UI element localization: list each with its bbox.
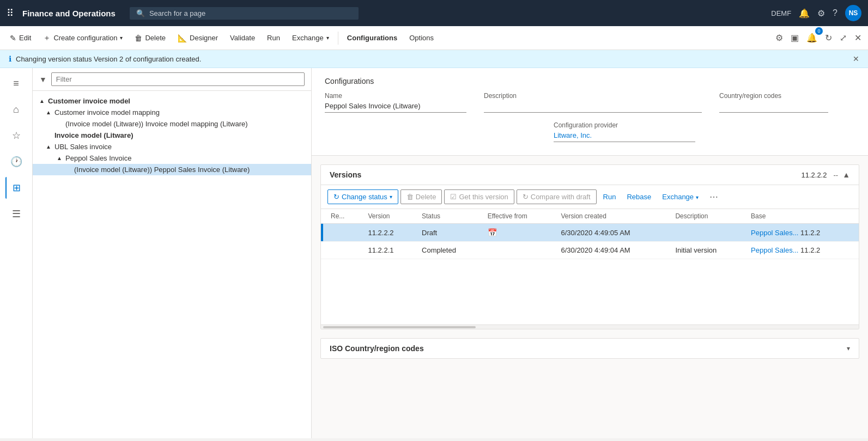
search-placeholder: Search for a page <box>149 9 205 17</box>
versions-section: Versions 11.2.2.2 -- ▲ ↻ Change status ▾… <box>320 164 859 329</box>
row-base: Peppol Sales... 11.2.2 <box>744 224 859 242</box>
tree-panel: ▼ ▲ Customer invoice model ▲ Customer in… <box>33 68 312 438</box>
row-version-created: 6/30/2020 4:49:05 AM <box>554 224 669 242</box>
tree-label: (Invoice model (Litware)) Invoice model … <box>65 120 248 128</box>
tree-item-invoice-model-litware[interactable]: Invoice model (Litware) <box>33 130 311 141</box>
change-status-button[interactable]: ↻ Change status ▾ <box>327 189 398 204</box>
iso-header[interactable]: ISO Country/region codes ▾ <box>321 339 859 358</box>
col-version[interactable]: Version <box>361 209 415 224</box>
designer-icon: 📐 <box>178 34 187 42</box>
col-status[interactable]: Status <box>415 209 481 224</box>
expand-icon[interactable]: ⤢ <box>837 30 849 45</box>
user-avatar[interactable]: NS <box>845 5 861 21</box>
row-effective-from <box>481 242 555 259</box>
tree-label: UBL Sales invoice <box>54 143 112 151</box>
compare-with-draft-button[interactable]: ↻ Compare with draft <box>517 189 597 204</box>
delete-icon: 🗑 <box>135 34 142 42</box>
table-row[interactable]: 11.2.2.1 Completed 6/30/2020 4:49:04 AM … <box>321 242 859 259</box>
settings-icon[interactable]: ⚙ <box>817 8 825 19</box>
options-tab[interactable]: Options <box>404 30 439 45</box>
help-icon[interactable]: ? <box>833 8 837 18</box>
table-header-row: Re... Version Status Effective from Vers… <box>321 209 859 224</box>
edit-icon: ✎ <box>10 34 16 42</box>
run-button[interactable]: Run <box>262 30 286 45</box>
sidebar-workspaces-icon[interactable]: ⊞ <box>5 177 27 199</box>
table-row[interactable]: 11.2.2.2 Draft 📅 6/30/2020 4:49:05 AM Pe… <box>321 224 859 242</box>
change-status-chevron: ▾ <box>390 194 392 200</box>
sidebar-modules-icon[interactable]: ☰ <box>5 203 27 225</box>
notifications-badge-icon[interactable]: 🔔 0 <box>804 30 820 45</box>
tree-item-peppol-sales-invoice[interactable]: ▲ Peppol Sales Invoice <box>33 152 311 164</box>
description-label: Description <box>484 92 702 100</box>
rebase-button[interactable]: Rebase <box>622 190 655 204</box>
delete-button[interactable]: 🗑 Delete <box>129 30 171 46</box>
config-provider-field: Configuration provider Litware, Inc. <box>554 121 695 142</box>
sidebar-menu-icon[interactable]: ≡ <box>5 72 27 94</box>
base-link[interactable]: Peppol Sales... <box>751 229 798 237</box>
exchange-chevron-icon: ▾ <box>326 35 329 41</box>
row-re <box>324 242 361 259</box>
sidebar-home-icon[interactable]: ⌂ <box>5 99 27 120</box>
col-effective-from[interactable]: Effective from <box>481 209 555 224</box>
tree-label: Peppol Sales Invoice <box>65 154 131 162</box>
exchange-button[interactable]: Exchange ▾ <box>287 30 335 45</box>
tree-toggle-icon: ▲ <box>39 98 46 104</box>
designer-button[interactable]: 📐 Designer <box>172 30 223 46</box>
description-field: Description <box>484 92 702 113</box>
col-description[interactable]: Description <box>669 209 744 224</box>
versions-dash[interactable]: -- <box>833 171 838 179</box>
calendar-icon[interactable]: 📅 <box>488 228 497 237</box>
filter-icon: ▼ <box>39 75 47 84</box>
versions-table-wrapper: Re... Version Status Effective from Vers… <box>321 209 859 259</box>
edit-button[interactable]: ✎ Edit <box>4 30 37 46</box>
refresh-icon[interactable]: ↻ <box>823 30 834 45</box>
customize-icon[interactable]: ⚙ <box>773 30 785 45</box>
tree-item-customer-invoice-model-mapping[interactable]: ▲ Customer invoice model mapping <box>33 107 311 118</box>
get-version-icon: ☑ <box>450 193 457 201</box>
validate-button[interactable]: Validate <box>224 30 260 45</box>
tree-toggle-icon: ▲ <box>46 109 52 115</box>
close-icon[interactable]: ✕ <box>852 30 864 45</box>
tree-item-ubl-sales-invoice[interactable]: ▲ UBL Sales invoice <box>33 141 311 152</box>
tree-label: Invoice model (Litware) <box>54 131 133 139</box>
col-base[interactable]: Base <box>744 209 859 224</box>
notifications-icon[interactable]: 🔔 <box>799 8 810 19</box>
info-banner-text: Changing version status Version 2 of con… <box>16 55 201 63</box>
tree-item-invoice-model-mapping-litware[interactable]: (Invoice model (Litware)) Invoice model … <box>33 118 311 130</box>
global-search[interactable]: 🔍 Search for a page <box>130 7 359 20</box>
info-banner-close[interactable]: ✕ <box>853 54 859 63</box>
cmd-right-icons: ⚙ ▣ 🔔 0 ↻ ⤢ ✕ <box>773 30 864 45</box>
nav-icons: DEMF 🔔 ⚙ ? NS <box>771 5 861 21</box>
col-version-created[interactable]: Version created <box>554 209 669 224</box>
row-base: Peppol Sales... 11.2.2 <box>744 242 859 259</box>
horizontal-scrollbar[interactable] <box>321 324 859 329</box>
versions-header: Versions 11.2.2.2 -- ▲ <box>321 165 859 185</box>
view-toggle-icon[interactable]: ▣ <box>788 30 801 45</box>
sidebar: ≡ ⌂ ☆ 🕐 ⊞ ☰ <box>0 68 33 438</box>
tree-item-peppol-sales-invoice-litware[interactable]: (Invoice model (Litware)) Peppol Sales I… <box>33 164 311 175</box>
versions-collapse-icon[interactable]: ▲ <box>842 170 850 179</box>
delete-version-button[interactable]: 🗑 Delete <box>400 189 442 204</box>
tree-item-customer-invoice-model[interactable]: ▲ Customer invoice model <box>33 95 311 107</box>
versions-table: Re... Version Status Effective from Vers… <box>321 209 859 259</box>
filter-input[interactable] <box>51 72 305 86</box>
config-provider-value[interactable]: Litware, Inc. <box>554 131 695 142</box>
info-icon: ℹ <box>9 54 11 63</box>
more-options-icon[interactable]: ⋯ <box>705 189 723 204</box>
delete-version-icon: 🗑 <box>406 193 414 201</box>
create-icon: ＋ <box>43 33 51 43</box>
app-grid-icon[interactable]: ⠿ <box>7 7 14 19</box>
row-version-created: 6/30/2020 4:49:04 AM <box>554 242 669 259</box>
sidebar-recent-icon[interactable]: 🕐 <box>5 151 27 173</box>
row-version: 11.2.2.1 <box>361 242 415 259</box>
get-this-version-button[interactable]: ☑ Get this version <box>444 189 514 204</box>
configurations-section: Configurations Name Peppol Sales Invoice… <box>312 68 868 156</box>
exchange-version-button[interactable]: Exchange ▾ <box>658 190 702 204</box>
configurations-tab[interactable]: Configurations <box>342 30 403 45</box>
create-configuration-button[interactable]: ＋ Create configuration ▾ <box>38 30 128 46</box>
base-link[interactable]: Peppol Sales... <box>751 246 798 254</box>
sidebar-favorites-icon[interactable]: ☆ <box>5 125 27 146</box>
col-re[interactable]: Re... <box>324 209 361 224</box>
run-version-button[interactable]: Run <box>599 190 621 204</box>
main-layout: ≡ ⌂ ☆ 🕐 ⊞ ☰ ▼ ▲ Customer invoice model ▲… <box>0 68 868 438</box>
